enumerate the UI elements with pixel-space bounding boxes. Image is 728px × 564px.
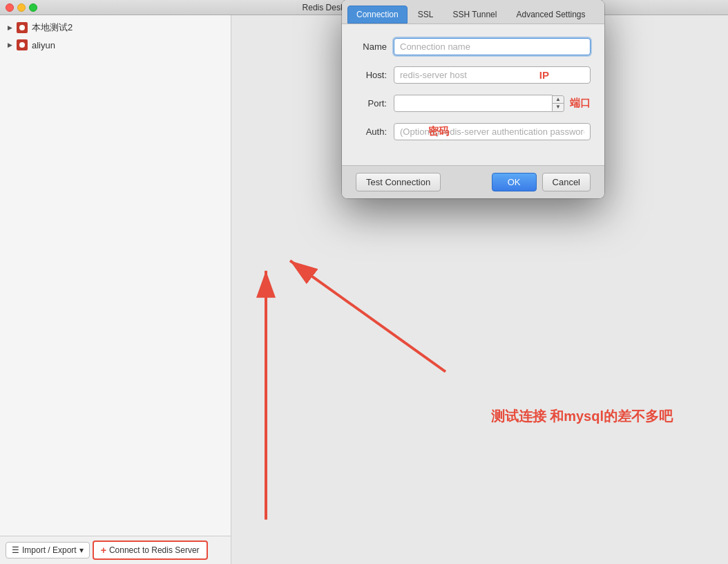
cancel-button[interactable]: Cancel [542, 173, 591, 191]
auth-input[interactable] [394, 123, 591, 140]
test-connection-annotation: 测试连接 和mysql的差不多吧 [491, 407, 673, 426]
traffic-lights [6, 3, 37, 12]
port-decrement-button[interactable]: ▼ [553, 104, 564, 111]
sidebar: ▶ 本地测试2 ▶ aliyun ☰ Import / Export ▾ [0, 15, 231, 564]
port-annotation: 端口 [570, 97, 591, 110]
import-export-button[interactable]: ☰ Import / Export ▾ [6, 542, 90, 558]
host-label: Host: [356, 70, 387, 80]
connect-label: Connect to Redis Server [109, 545, 200, 555]
port-stepper: ▲ ▼ [553, 95, 564, 112]
auth-label: Auth: [356, 126, 387, 137]
dropdown-arrow-icon: ▾ [79, 545, 84, 555]
tab-connection[interactable]: Connection [347, 6, 408, 24]
expand-arrow-icon: ▶ [6, 24, 14, 32]
auth-row: Auth: 密码 [356, 123, 591, 140]
dialog-footer: Test Connection OK Cancel [342, 165, 604, 198]
port-input-wrapper: 6379 ▲ ▼ 端口 [394, 95, 591, 112]
plus-icon: + [101, 545, 106, 556]
app-window: Redis Desktop Manager ####### ▶ 本地测试2 ▶ … [0, 0, 728, 564]
sidebar-item-local-test[interactable]: ▶ 本地测试2 [0, 19, 231, 37]
host-input[interactable] [394, 66, 591, 84]
ok-button[interactable]: OK [492, 173, 537, 191]
maximize-button[interactable] [29, 3, 37, 12]
tab-ssl[interactable]: SSL [409, 6, 443, 24]
expand-arrow-icon: ▶ [6, 41, 14, 49]
name-row: Name [356, 38, 591, 55]
port-increment-button[interactable]: ▲ [553, 96, 564, 104]
port-row: Port: 6379 ▲ ▼ 端口 [356, 95, 591, 112]
redis-server-icon [17, 39, 28, 50]
minimize-button[interactable] [17, 3, 26, 12]
dialog-body: Name Host: IP Port: 6379 [342, 24, 604, 165]
tab-advanced-settings[interactable]: Advanced Settings [507, 6, 594, 24]
import-export-label: Import / Export [22, 545, 77, 555]
connect-redis-button[interactable]: + Connect to Redis Server [93, 540, 208, 560]
name-input[interactable] [394, 38, 591, 55]
host-row: Host: IP [356, 66, 591, 84]
sidebar-item-label: aliyun [32, 40, 55, 50]
port-input[interactable]: 6379 [394, 95, 553, 112]
name-label: Name [356, 41, 387, 52]
test-connection-button[interactable]: Test Connection [356, 173, 441, 191]
tab-ssh-tunnel[interactable]: SSH Tunnel [443, 6, 506, 24]
sidebar-footer: ☰ Import / Export ▾ + Connect to Redis S… [0, 536, 231, 564]
sidebar-list: ▶ 本地测试2 ▶ aliyun [0, 15, 231, 536]
redis-server-icon [17, 22, 28, 33]
hamburger-icon: ☰ [12, 545, 19, 555]
svg-line-3 [290, 261, 446, 372]
dialog-tabs: Connection SSL SSH Tunnel Advanced Setti… [342, 0, 604, 24]
close-button[interactable] [6, 3, 14, 12]
sidebar-item-aliyun[interactable]: ▶ aliyun [0, 37, 231, 53]
new-connection-dialog: Connection SSL SSH Tunnel Advanced Setti… [342, 0, 604, 198]
sidebar-item-label: 本地测试2 [32, 21, 73, 34]
port-label: Port: [356, 98, 387, 109]
